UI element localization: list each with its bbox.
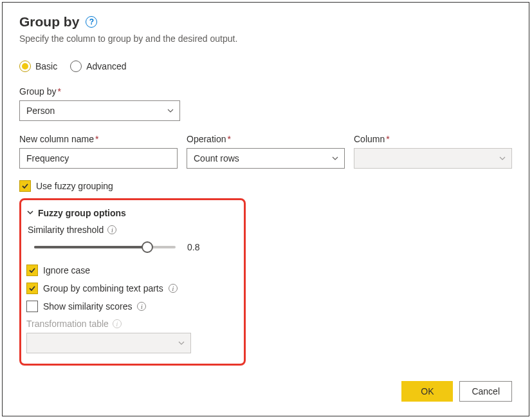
ignore-case-label: Ignore case	[43, 265, 90, 275]
show-scores-label: Show similarity scores	[43, 301, 132, 312]
column-select	[354, 148, 512, 169]
new-column-value: Frequency	[26, 153, 69, 163]
similarity-threshold-label-row: Similarity threshold i	[28, 225, 236, 235]
ok-button-label: OK	[421, 386, 434, 396]
combine-text-checkbox[interactable]	[26, 283, 38, 294]
group-by-field: Group by* Person	[19, 86, 180, 121]
check-icon	[21, 182, 29, 190]
fuzzy-options-highlight: Fuzzy group options Similarity threshold…	[19, 198, 246, 366]
info-icon[interactable]: i	[169, 284, 178, 293]
dialog-header: Group by ?	[19, 14, 512, 30]
info-icon: i	[113, 319, 122, 328]
show-scores-row: Show similarity scores i	[26, 301, 236, 312]
radio-basic-label: Basic	[35, 61, 57, 71]
radio-advanced[interactable]: Advanced	[70, 61, 126, 72]
dialog-footer: OK Cancel	[401, 381, 512, 402]
radio-advanced-label: Advanced	[86, 61, 126, 71]
operation-label-text: Operation	[187, 134, 226, 144]
column-field: Column*	[354, 134, 512, 169]
chevron-down-icon	[26, 208, 34, 218]
use-fuzzy-row: Use fuzzy grouping	[19, 180, 512, 192]
info-icon[interactable]: i	[107, 225, 116, 234]
radio-dot-icon	[70, 61, 82, 72]
aggregation-row: New column name* Frequency Operation* Co…	[19, 134, 512, 169]
fuzzy-options-title: Fuzzy group options	[38, 208, 126, 218]
column-label: Column*	[354, 134, 512, 144]
fuzzy-options-header[interactable]: Fuzzy group options	[26, 208, 236, 218]
transform-table-select	[26, 333, 191, 353]
combine-text-label: Group by combining text parts	[43, 283, 163, 293]
help-icon[interactable]: ?	[86, 16, 97, 28]
dialog-title: Group by	[19, 14, 79, 30]
new-column-field: New column name* Frequency	[19, 134, 178, 169]
transform-table-label: Transformation table	[26, 319, 109, 329]
column-label-text: Column	[354, 134, 385, 144]
operation-field: Operation* Count rows	[187, 134, 345, 169]
required-asterisk: *	[227, 134, 230, 144]
new-column-input[interactable]: Frequency	[19, 148, 178, 169]
group-by-dialog: Group by ? Specify the column to group b…	[2, 2, 529, 416]
ignore-case-checkbox[interactable]	[26, 265, 38, 276]
chevron-down-icon	[167, 107, 174, 115]
chevron-down-icon	[178, 339, 185, 347]
ok-button[interactable]: OK	[401, 381, 453, 402]
required-asterisk: *	[58, 86, 61, 97]
similarity-slider[interactable]	[34, 241, 176, 253]
group-by-select[interactable]: Person	[19, 100, 180, 121]
slider-fill	[34, 246, 147, 248]
group-by-label: Group by*	[19, 86, 180, 97]
new-column-label-text: New column name	[19, 134, 94, 144]
group-by-label-text: Group by	[19, 86, 57, 97]
required-asterisk: *	[386, 134, 389, 144]
info-icon[interactable]: i	[137, 302, 146, 311]
cancel-button-label: Cancel	[472, 386, 500, 396]
chevron-down-icon	[331, 154, 339, 162]
radio-dot-icon	[19, 61, 31, 72]
show-scores-checkbox[interactable]	[26, 301, 38, 312]
similarity-slider-row: 0.8	[34, 241, 236, 253]
operation-label: Operation*	[187, 134, 345, 144]
slider-thumb[interactable]	[142, 241, 153, 253]
check-icon	[28, 266, 36, 274]
required-asterisk: *	[95, 134, 98, 144]
radio-basic[interactable]: Basic	[19, 61, 57, 72]
group-by-value: Person	[26, 106, 55, 116]
new-column-label: New column name*	[19, 134, 178, 144]
ignore-case-row: Ignore case	[26, 265, 236, 276]
dialog-description: Specify the column to group by and the d…	[19, 33, 512, 44]
operation-value: Count rows	[194, 153, 239, 163]
use-fuzzy-checkbox[interactable]	[19, 180, 31, 192]
transform-table-label-row: Transformation table i	[26, 319, 236, 329]
check-icon	[28, 284, 36, 292]
chevron-down-icon	[499, 154, 506, 162]
cancel-button[interactable]: Cancel	[459, 381, 512, 402]
use-fuzzy-label: Use fuzzy grouping	[36, 181, 113, 191]
similarity-value: 0.8	[187, 242, 199, 252]
combine-text-row: Group by combining text parts i	[26, 283, 236, 294]
operation-select[interactable]: Count rows	[187, 148, 345, 169]
similarity-threshold-label: Similarity threshold	[28, 225, 104, 235]
mode-radio-group: Basic Advanced	[19, 61, 512, 72]
